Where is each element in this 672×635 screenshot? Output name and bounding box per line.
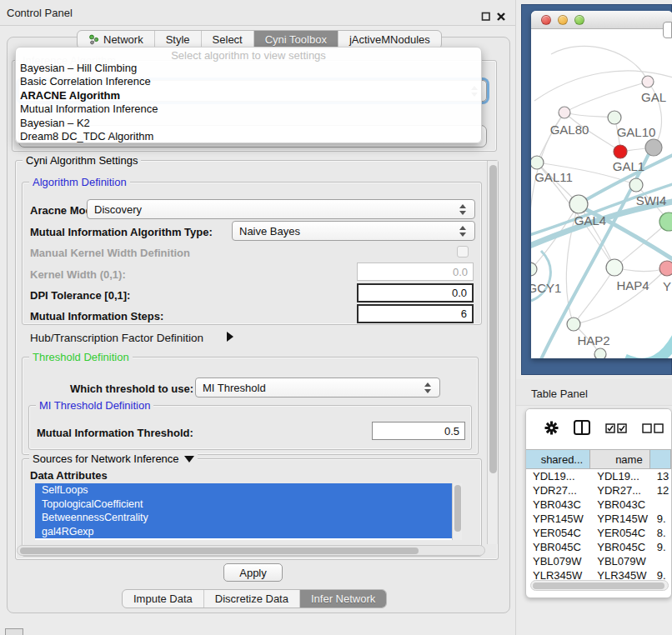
algorithm-option[interactable]: Dream8 DC_TDC Algorithm: [16, 130, 481, 143]
mi-type-value: Naive Bayes: [239, 225, 300, 238]
settings-vertical-scrollbar-thumb[interactable]: [489, 165, 497, 473]
dock-button[interactable]: [5, 628, 23, 635]
data-attributes-list[interactable]: SelfLoopsTopologicalCoefficientBetweenne…: [35, 483, 452, 540]
algorithm-dropdown-placeholder: Select algorithm to view settings: [16, 48, 481, 62]
table-row[interactable]: YPR145WYPR145W9.: [526, 512, 671, 527]
network-node-label: HAP2: [577, 333, 609, 348]
algorithm-option[interactable]: Basic Correlation Inference: [16, 75, 481, 88]
table-row[interactable]: YDL19...YDL19...13: [526, 470, 671, 484]
mi-type-combobox[interactable]: Naive Bayes: [232, 221, 475, 241]
data-attribute-item[interactable]: TopologicalCoefficient: [35, 498, 452, 512]
close-icon[interactable]: [496, 10, 506, 20]
network-node-gal1[interactable]: [614, 145, 627, 158]
bottom-tab-bar: Impute Data Discretize Data Infer Networ…: [122, 589, 387, 608]
tab-infer-network[interactable]: Infer Network: [300, 590, 386, 608]
control-panel-titlebar: [0, 0, 515, 26]
mi-threshold-field[interactable]: 0.5: [372, 422, 465, 440]
apply-button[interactable]: Apply: [223, 563, 283, 582]
algorithm-option[interactable]: Bayesian – K2: [16, 117, 481, 130]
table-row[interactable]: YBR045CYBR045C9.: [526, 541, 671, 555]
network-node-gal[interactable]: [642, 76, 654, 88]
network-node-label: GAL11: [534, 170, 573, 184]
threshold-definition-title: Threshold Definition: [29, 351, 133, 363]
table-row[interactable]: YBL079WYBL079W: [526, 555, 671, 569]
tab-style[interactable]: Style: [155, 31, 202, 48]
data-attribute-item[interactable]: SelfLoops: [35, 483, 452, 498]
network-view-window: GAL80GALGAL10GAL1GAL11SWI4GAL4GCY1HAP4YH…: [531, 11, 672, 358]
table-row[interactable]: YBR043CYBR043C: [526, 498, 671, 512]
tab-impute-data[interactable]: Impute Data: [123, 590, 204, 608]
network-node-gal10[interactable]: [608, 111, 621, 124]
aracne-mode-combobox[interactable]: Discovery: [87, 199, 475, 219]
network-node-gcy1[interactable]: [531, 262, 537, 276]
float-window-icon[interactable]: [481, 10, 491, 20]
panel-divider[interactable]: [515, 0, 516, 635]
network-node-hap4[interactable]: [606, 259, 623, 276]
table-horizontal-scrollbar[interactable]: [530, 580, 669, 591]
attributes-list-scrollbar[interactable]: [452, 483, 462, 540]
hub-expand-arrow-icon[interactable]: [227, 332, 233, 342]
combo-spinner-icon: [423, 382, 433, 393]
kernel-width-field[interactable]: 0.0: [357, 262, 474, 281]
network-node-label: GAL80: [550, 122, 589, 137]
column-header-cut[interactable]: [650, 450, 671, 468]
algorithm-dropdown-list: Bayesian – Hill ClimbingBasic Correlatio…: [16, 62, 481, 143]
manual-kernel-checkbox[interactable]: [457, 246, 469, 258]
network-node-y[interactable]: [659, 261, 672, 276]
data-attribute-item[interactable]: gal4RGexp: [35, 525, 452, 539]
table-horizontal-scrollbar-thumb[interactable]: [533, 582, 664, 589]
mi-steps-field[interactable]: 6: [357, 304, 474, 323]
column-header-name[interactable]: name: [590, 450, 649, 468]
sources-group-title-wrap: Sources for Network Inference: [29, 452, 198, 465]
zoom-traffic-light-icon[interactable]: [574, 15, 584, 25]
settings-horizontal-scrollbar[interactable]: [17, 545, 485, 556]
settings-horizontal-scrollbar-thumb[interactable]: [20, 548, 419, 554]
network-window-titlebar[interactable]: [531, 11, 672, 29]
which-threshold-combobox[interactable]: MI Threshold: [195, 378, 440, 398]
gear-icon[interactable]: [544, 421, 559, 438]
select-all-checkboxes-icon[interactable]: [605, 422, 627, 437]
tab-jactivemnodules[interactable]: jActiveMNodules: [339, 31, 441, 48]
network-canvas[interactable]: GAL80GALGAL10GAL1GAL11SWI4GAL4GCY1HAP4YH…: [531, 29, 672, 358]
network-node-hap2[interactable]: [567, 318, 580, 331]
network-node[interactable]: [645, 139, 662, 156]
table-cell: YDL19...: [526, 470, 590, 484]
tab-discretize-data[interactable]: Discretize Data: [204, 590, 300, 608]
table-cell: YBL079W: [590, 555, 649, 569]
data-attribute-item[interactable]: BetweennessCentrality: [35, 511, 452, 525]
which-threshold-label: Which threshold to use:: [70, 382, 193, 395]
network-toolbar-button-cut[interactable]: [663, 22, 672, 38]
network-node-swi4[interactable]: [629, 178, 643, 192]
dpi-tolerance-field[interactable]: 0.0: [357, 283, 474, 302]
table-cell: YDR27...: [526, 484, 590, 498]
table-row[interactable]: YER054CYER054C8.: [526, 527, 671, 541]
combo-spinner-icon: [458, 204, 468, 215]
settings-vertical-scrollbar[interactable]: [487, 161, 498, 544]
network-node-gal11[interactable]: [531, 156, 544, 169]
tab-cyni-toolbox-label: Cyni Toolbox: [265, 33, 327, 46]
tab-network-label: Network: [103, 33, 143, 46]
deselect-all-checkboxes-icon[interactable]: [642, 422, 664, 437]
tab-cyni-toolbox[interactable]: Cyni Toolbox: [254, 31, 339, 48]
table-cell: YBR045C: [590, 541, 649, 555]
network-node[interactable]: [594, 348, 606, 358]
algorithm-option[interactable]: ARACNE Algorithm: [16, 89, 481, 102]
tab-infer-network-label: Infer Network: [311, 592, 375, 605]
column-settings-icon[interactable]: [574, 420, 590, 438]
algorithm-option[interactable]: Bayesian – Hill Climbing: [16, 62, 481, 75]
close-traffic-light-icon[interactable]: [541, 15, 551, 25]
tab-select[interactable]: Select: [202, 31, 254, 48]
tab-network[interactable]: Network: [78, 31, 155, 48]
minimize-traffic-light-icon[interactable]: [558, 15, 568, 25]
hub-definition-label: Hub/Transcription Factor Definition: [30, 332, 203, 344]
network-node[interactable]: [559, 107, 570, 118]
network-node-label: GAL10: [617, 125, 656, 139]
attributes-list-scrollbar-thumb[interactable]: [454, 485, 461, 532]
column-header-shared-name[interactable]: shared...: [526, 450, 590, 468]
table-row[interactable]: YDR27...YDR27...12: [526, 484, 671, 498]
network-node-gal4[interactable]: [569, 195, 588, 213]
sources-group-title: Sources for Network Inference: [33, 452, 179, 465]
sources-collapse-arrow-icon[interactable]: [184, 456, 194, 462]
algorithm-option[interactable]: Mutual Information Inference: [16, 102, 481, 116]
network-node-label: GCY1: [531, 281, 561, 295]
